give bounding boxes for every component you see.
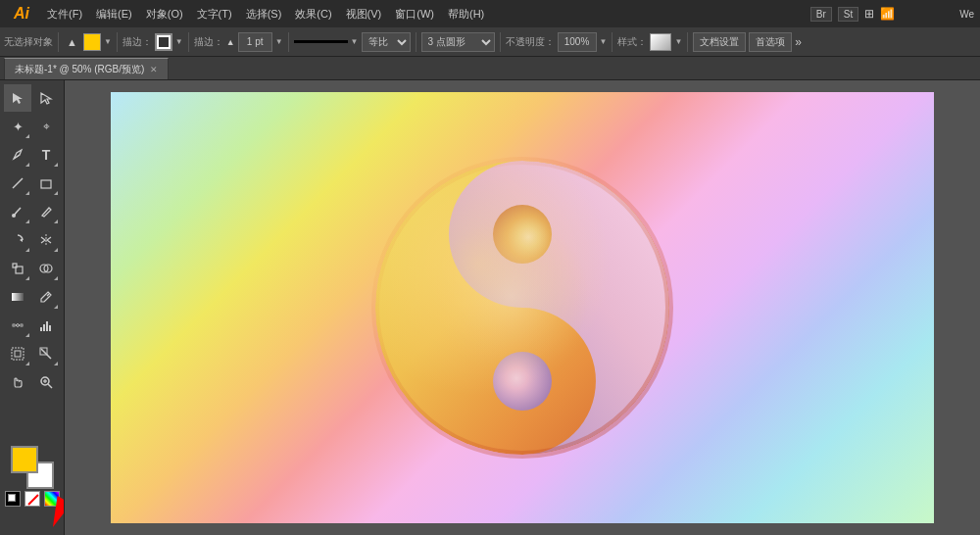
- lasso-tool[interactable]: ⌖: [32, 113, 60, 140]
- foreground-color-swatch[interactable]: [11, 446, 38, 473]
- line-tool[interactable]: [4, 170, 31, 197]
- svg-point-3: [12, 214, 16, 218]
- circle-artwork: [366, 151, 679, 464]
- stroke-style-dropdown[interactable]: ▼: [351, 37, 359, 46]
- svg-point-13: [20, 323, 24, 327]
- workspace-icon[interactable]: ⊞: [864, 7, 874, 21]
- ai-logo: Ai: [6, 5, 37, 23]
- eyedropper-tool[interactable]: [32, 283, 60, 311]
- hand-tool[interactable]: [4, 368, 31, 396]
- menu-edit[interactable]: 编辑(E): [90, 5, 138, 24]
- color-swatches: [11, 446, 54, 489]
- fill-dropdown-arrow[interactable]: ▼: [104, 37, 112, 46]
- toolbar-sep-1: [58, 32, 59, 52]
- window-title-text: We: [959, 9, 974, 20]
- magic-wand-tool[interactable]: ✦: [4, 113, 31, 140]
- stroke-up-arrow[interactable]: ▲: [226, 37, 235, 47]
- tool-row-8: [4, 283, 60, 311]
- pen-tool[interactable]: [4, 141, 31, 169]
- preferences-button[interactable]: 首选项: [749, 32, 792, 52]
- fill-icon-container: ▲: [64, 36, 80, 48]
- document-tab[interactable]: 未标题-1* @ 50% (RGB/预览) ✕: [4, 58, 169, 79]
- style-dropdown[interactable]: ▼: [674, 37, 682, 46]
- stroke-dropdown-arrow[interactable]: ▼: [175, 37, 183, 46]
- title-bar: Ai 文件(F) 编辑(E) 对象(O) 文字(T) 选择(S) 效果(C) 视…: [0, 0, 980, 27]
- type-tool[interactable]: T: [32, 141, 60, 169]
- toolbar-sep-3: [188, 32, 189, 52]
- direct-select-tool[interactable]: [32, 84, 60, 112]
- blend-tool[interactable]: [4, 312, 31, 339]
- stroke-swatch[interactable]: [155, 33, 172, 51]
- shapebuilder-tool[interactable]: [32, 255, 60, 282]
- menu-effect[interactable]: 效果(C): [289, 5, 337, 24]
- stroke-weight-dropdown[interactable]: ▼: [275, 37, 283, 46]
- svg-line-20: [41, 349, 51, 359]
- zoom-tool[interactable]: [32, 368, 60, 396]
- tool-row-5: [4, 198, 60, 225]
- stroke-type-select[interactable]: 等比: [362, 32, 411, 52]
- svg-point-12: [12, 323, 16, 327]
- bridge-btn[interactable]: Br: [810, 7, 832, 22]
- scale-tool[interactable]: [4, 255, 31, 282]
- rect-tool[interactable]: [32, 170, 60, 197]
- menu-type[interactable]: 文字(T): [191, 5, 238, 24]
- red-arrow-area: [0, 511, 64, 531]
- title-bar-right: Br St ⊞ 📶 We: [810, 7, 974, 22]
- gradient-tool[interactable]: [4, 283, 31, 311]
- wireless-icon: 📶: [880, 7, 895, 21]
- menu-select[interactable]: 选择(S): [240, 5, 288, 24]
- toolbar: 无选择对象 ▲ ▼ 描边： ▼ 描边： ▲ ▼ ▼ 等比 3 点圆形 不透明度：…: [0, 27, 980, 57]
- pencil-tool[interactable]: [32, 198, 60, 225]
- opacity-dropdown[interactable]: ▼: [600, 37, 608, 46]
- menu-file[interactable]: 文件(F): [41, 5, 88, 24]
- svg-line-23: [48, 384, 52, 388]
- stroke-weight-input[interactable]: [238, 32, 272, 52]
- no-color-swatch[interactable]: [24, 491, 40, 507]
- artboard-tool[interactable]: [4, 340, 31, 367]
- stock-btn[interactable]: St: [838, 7, 858, 22]
- rotate-tool[interactable]: [4, 226, 31, 254]
- svg-line-11: [47, 294, 49, 296]
- svg-line-1: [13, 178, 23, 188]
- fill-color-swatch[interactable]: [83, 33, 101, 51]
- reset-colors-icon[interactable]: [5, 491, 21, 507]
- svg-rect-17: [49, 325, 51, 331]
- circle-svg: [366, 151, 679, 464]
- left-toolbar: ✦ ⌖ T: [0, 80, 65, 535]
- barchart-tool[interactable]: [32, 312, 60, 339]
- menu-view[interactable]: 视图(V): [340, 5, 388, 24]
- stroke-weight-label: 描边：: [194, 35, 223, 49]
- doc-settings-button[interactable]: 文档设置: [693, 32, 746, 52]
- menu-help[interactable]: 帮助(H): [442, 5, 490, 24]
- tool-row-1: [4, 84, 60, 112]
- toolbar-sep-2: [117, 32, 118, 52]
- toolbar-sep-4: [288, 32, 289, 52]
- menu-window[interactable]: 窗口(W): [389, 5, 440, 24]
- slice-tool[interactable]: [32, 340, 60, 367]
- tool-row-10: [4, 340, 60, 367]
- svg-rect-14: [40, 327, 42, 331]
- no-selection-label: 无选择对象: [4, 35, 53, 49]
- svg-rect-15: [43, 324, 45, 331]
- style-swatch[interactable]: [650, 33, 671, 51]
- svg-marker-4: [20, 238, 23, 242]
- paintbrush-tool[interactable]: [4, 198, 31, 225]
- tab-close-button[interactable]: ✕: [150, 65, 158, 74]
- mirror-tool[interactable]: [32, 226, 60, 254]
- shape-select[interactable]: 3 点圆形: [421, 32, 495, 52]
- svg-rect-16: [46, 321, 48, 331]
- toolbar-sep-6: [500, 32, 501, 52]
- more-options-icon[interactable]: »: [795, 35, 802, 49]
- svg-rect-18: [12, 348, 24, 360]
- toolbar-sep-8: [687, 32, 688, 52]
- tool-row-2: ✦ ⌖: [4, 113, 60, 140]
- canvas-area[interactable]: [65, 80, 980, 535]
- tool-row-7: [4, 255, 60, 282]
- menu-object[interactable]: 对象(O): [140, 5, 189, 24]
- tab-bar: 未标题-1* @ 50% (RGB/预览) ✕: [0, 57, 980, 80]
- opacity-input[interactable]: [558, 32, 597, 52]
- tool-row-3: T: [4, 141, 60, 169]
- select-tool[interactable]: [4, 84, 31, 112]
- toolbar-sep-7: [612, 32, 612, 52]
- stroke-label: 描边：: [122, 35, 152, 49]
